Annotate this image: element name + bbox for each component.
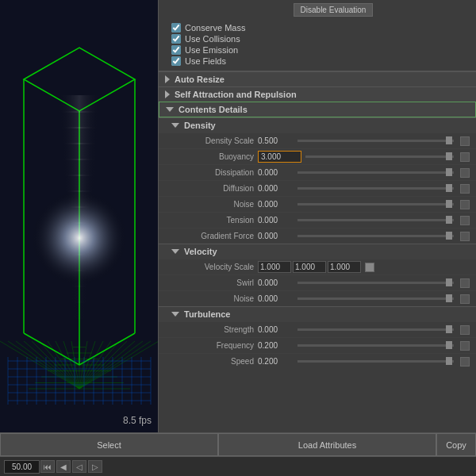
- gradient-force-value: 0.000: [258, 232, 294, 240]
- diffusion-value: 0.000: [258, 184, 294, 193]
- velocity-scale-z[interactable]: [328, 261, 361, 273]
- buoyancy-slider[interactable]: [305, 155, 454, 158]
- use-emission-checkbox[interactable]: [171, 45, 181, 55]
- self-attraction-title: Self Attraction and Repulsion: [175, 90, 297, 99]
- density-section[interactable]: Density: [159, 117, 476, 132]
- diffusion-row: Diffusion 0.000: [159, 180, 476, 196]
- frequency-value: 0.200: [258, 341, 294, 350]
- contents-details-triangle: [166, 107, 174, 112]
- density-scale-label: Density Scale: [175, 136, 254, 145]
- velocity-noise-icon[interactable]: [460, 294, 470, 304]
- speed-slider[interactable]: [298, 360, 454, 363]
- buoyancy-input[interactable]: [258, 151, 301, 163]
- dissipation-slider[interactable]: [298, 171, 454, 174]
- density-noise-value: 0.000: [258, 200, 294, 209]
- use-emission-row: Use Emission: [165, 45, 470, 55]
- timeline-start-button[interactable]: ⏮: [40, 460, 55, 473]
- viewport-panel: 8.5 fps: [0, 0, 159, 432]
- auto-resize-title: Auto Resize: [175, 75, 225, 84]
- tension-label: Tension: [175, 216, 254, 225]
- buoyancy-icon[interactable]: [460, 152, 470, 162]
- use-emission-label: Use Emission: [185, 45, 238, 55]
- dissipation-icon[interactable]: [460, 168, 470, 178]
- strength-icon[interactable]: [460, 325, 470, 335]
- self-attraction-section[interactable]: Self Attraction and Repulsion: [159, 86, 476, 102]
- dissipation-label: Dissipation: [175, 168, 254, 177]
- contents-details-section[interactable]: Contents Details: [159, 102, 476, 117]
- speed-row: Speed 0.200: [159, 353, 476, 369]
- diffusion-icon[interactable]: [460, 184, 470, 194]
- copy-button[interactable]: Copy: [436, 433, 476, 456]
- timeline-prev-frame-button[interactable]: ◁: [72, 460, 86, 473]
- turbulence-title: Turbulence: [184, 309, 230, 319]
- timeline-prev-button[interactable]: ◀: [56, 460, 71, 473]
- fps-display: 8.5 fps: [123, 415, 152, 426]
- timeline-frame-input[interactable]: [4, 460, 40, 474]
- gradient-force-slider[interactable]: [298, 235, 454, 237]
- velocity-scale-label: Velocity Scale: [175, 263, 254, 271]
- conserve-mass-checkbox[interactable]: [171, 23, 181, 33]
- tension-icon[interactable]: [460, 216, 470, 225]
- tension-slider[interactable]: [298, 219, 454, 221]
- auto-resize-section[interactable]: Auto Resize: [159, 71, 476, 86]
- velocity-scale-y[interactable]: [293, 261, 326, 273]
- density-scale-slider[interactable]: [298, 140, 454, 142]
- velocity-noise-label: Noise: [175, 294, 254, 303]
- strength-label: Strength: [175, 325, 254, 334]
- use-fields-row: Use Fields: [165, 56, 470, 66]
- density-noise-row: Noise 0.000: [159, 196, 476, 212]
- velocity-scale-icon[interactable]: [365, 263, 374, 272]
- use-collisions-checkbox[interactable]: [171, 34, 181, 44]
- gradient-force-icon[interactable]: [460, 232, 470, 241]
- velocity-section[interactable]: Velocity: [159, 244, 476, 259]
- density-triangle: [171, 123, 179, 128]
- velocity-scale-row: Velocity Scale: [159, 259, 476, 274]
- density-scale-row: Density Scale 0.500: [159, 132, 476, 148]
- use-fields-label: Use Fields: [185, 56, 226, 66]
- density-scale-icon[interactable]: [460, 136, 470, 146]
- use-collisions-label: Use Collisions: [185, 34, 240, 44]
- dissipation-value: 0.000: [258, 168, 294, 177]
- turbulence-triangle: [171, 312, 179, 317]
- turbulence-section[interactable]: Turbulence: [159, 306, 476, 321]
- bottom-bar: Select Load Attributes Copy ⏮ ◀ ◁ ▷: [0, 432, 476, 476]
- frequency-row: Frequency 0.200: [159, 337, 476, 353]
- swirl-row: Swirl 0.000: [159, 274, 476, 290]
- swirl-slider[interactable]: [298, 282, 454, 284]
- diffusion-slider[interactable]: [298, 187, 454, 190]
- density-title: Density: [184, 121, 216, 130]
- velocity-noise-row: Noise 0.000: [159, 290, 476, 306]
- properties-panel: Disable Evaluation Conserve Mass Use Col…: [159, 0, 476, 432]
- use-fields-checkbox[interactable]: [171, 56, 181, 66]
- select-button[interactable]: Select: [0, 433, 218, 456]
- swirl-icon[interactable]: [460, 278, 470, 288]
- simulation-options: Disable Evaluation Conserve Mass Use Col…: [159, 0, 476, 71]
- self-attraction-triangle: [165, 90, 170, 98]
- velocity-title: Velocity: [184, 247, 217, 256]
- tension-value: 0.000: [258, 216, 294, 225]
- velocity-scale-x[interactable]: [258, 261, 291, 273]
- frequency-icon[interactable]: [460, 341, 470, 351]
- gradient-force-row: Gradient Force 0.000: [159, 228, 476, 244]
- load-attributes-button[interactable]: Load Attributes: [218, 433, 436, 456]
- use-collisions-row: Use Collisions: [165, 34, 470, 44]
- swirl-label: Swirl: [175, 278, 254, 287]
- frequency-label: Frequency: [175, 341, 254, 350]
- speed-value: 0.200: [258, 357, 294, 366]
- timeline-next-frame-button[interactable]: ▷: [88, 460, 102, 473]
- auto-resize-triangle: [165, 75, 170, 83]
- density-noise-label: Noise: [175, 200, 254, 209]
- speed-icon[interactable]: [460, 357, 470, 367]
- disable-evaluation-button[interactable]: Disable Evaluation: [294, 3, 374, 17]
- gradient-force-label: Gradient Force: [175, 232, 254, 240]
- timeline-bar: ⏮ ◀ ◁ ▷: [0, 457, 476, 476]
- frequency-slider[interactable]: [298, 344, 454, 347]
- conserve-mass-label: Conserve Mass: [185, 23, 245, 33]
- swirl-value: 0.000: [258, 278, 294, 287]
- density-noise-icon[interactable]: [460, 200, 470, 209]
- density-noise-slider[interactable]: [298, 203, 454, 205]
- strength-slider[interactable]: [298, 328, 454, 331]
- velocity-noise-value: 0.000: [258, 294, 294, 303]
- velocity-noise-slider[interactable]: [298, 298, 454, 300]
- tension-row: Tension 0.000: [159, 212, 476, 228]
